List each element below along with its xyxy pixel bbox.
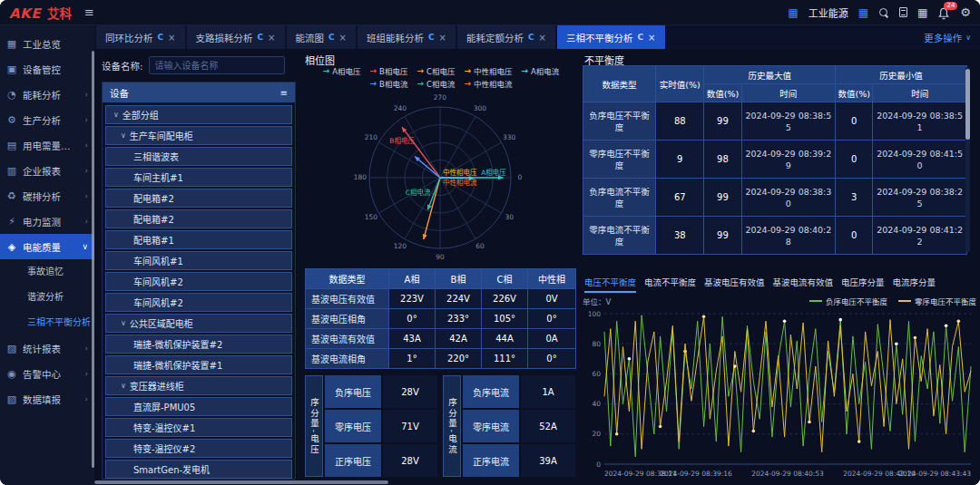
apps-grid-icon[interactable]: ▦ [788,7,798,18]
refresh-icon[interactable]: C [428,33,435,42]
sidebar-subitem-harmonic-analysis[interactable]: 谐波分析 [0,285,94,310]
tree-node[interactable]: 特变-温控仪#1 [105,418,292,437]
tree-node[interactable]: 车间风机#2 [105,272,292,291]
more-actions-button[interactable]: 更多操作 ∨ [924,31,971,44]
legend-item[interactable]: →A相电流 [521,65,559,76]
tree-node[interactable]: 三相谐波表 [105,147,292,166]
gear-icon[interactable]: ⚙ [960,5,971,19]
tree-node[interactable]: 车间主机#1 [105,168,292,187]
notifications-button[interactable]: 24 [937,6,950,19]
column-header: 时间 [741,84,836,102]
column-header: 数值(%) [704,84,741,102]
logo-text-primary: AKE [9,5,41,22]
close-icon[interactable]: × [168,33,175,43]
tab-branch-loss[interactable]: 支路损耗分析 C × [187,25,285,49]
sequence-row: 负序电压 28V [325,375,437,408]
tree-node[interactable]: 车间风机#1 [105,251,292,270]
trend-tab-voltage-imbalance[interactable]: 电压不平衡度 [584,276,636,293]
app-logo[interactable]: AKE 艾科 [9,4,72,22]
sidebar-item-power-quality[interactable]: ◈ 电能质量 ∨ [0,234,94,259]
app-root: AKE 艾科 ≡ ▦ 工业能源 ▦ ▦ 24 ⚙ ▦ 工业总览 [0,0,980,485]
sidebar-item-demand-analysis[interactable]: ▤ 用电需量分析 › [0,132,94,158]
search-icon[interactable] [878,7,889,18]
sidebar-item-carbon-analysis[interactable]: ♻ 碳排分析 › [0,183,94,209]
trend-tab-voltage-sequence[interactable]: 电压序分量 [841,276,885,293]
refresh-icon[interactable]: C [328,33,335,42]
sequence-voltage-panel: 序分量-电压 负序电压 28V 零序电压 71V 正序电压 28V [305,375,437,477]
legend-item[interactable]: →B相电流 [370,78,408,89]
tab-period-comparison[interactable]: 同环比分析 C × [96,25,185,49]
scrollbar-thumb[interactable] [965,69,970,140]
sidebar-item-energy-analysis[interactable]: ◔ 能耗分析 › [0,82,94,107]
workspace-switch-icon[interactable]: ▦ [858,7,868,18]
tab-team-energy[interactable]: 班组能耗分析 C × [358,25,456,49]
tab-three-phase-imbalance[interactable]: 三相不平衡分析 C × [557,25,665,49]
tree-node[interactable]: 瑞捷-微机保护装置#2 [105,335,292,354]
table-scrollbar[interactable] [965,67,970,252]
tree-node[interactable]: 配电箱#2 [105,189,292,208]
tree-node[interactable]: 瑞捷-微机保护装置#1 [105,355,292,374]
trend-tab-fund-voltage-rms[interactable]: 基波电压有效值 [704,276,765,293]
tree-node-group[interactable]: ∨ 变压器进线柜 [105,376,292,395]
legend-label: B相电压 [379,65,407,76]
document-icon[interactable] [899,7,907,17]
sidebar-subitem-accident-recall[interactable]: 事故追忆 [0,259,94,285]
sidebar-item-power-monitor[interactable]: ⚡ 电力监测 › [0,209,94,234]
refresh-icon[interactable]: C [158,33,164,42]
tree-node[interactable]: 直流屏-PMU05 [105,397,292,416]
close-icon[interactable]: × [339,33,347,43]
sequence-label: 负序电压 [325,375,381,408]
legend-item[interactable]: →B相电压 [370,65,408,76]
tree-node[interactable]: 配电箱#2 [105,209,292,228]
collapse-panel-icon[interactable]: ≡ [280,88,288,98]
sidebar-item-device-control[interactable]: ▣ 设备管控 [0,56,94,82]
tab-energy-flow[interactable]: 能流图 C × [287,25,357,49]
device-search-input[interactable] [149,56,285,74]
legend-item[interactable]: →中性相电流 [464,78,512,89]
refresh-icon[interactable]: C [258,33,264,42]
sidebar-item-overview[interactable]: ▦ 工业总览 [0,31,94,56]
sequence-row: 正序电压 28V [325,444,437,477]
trend-legend-item[interactable]: 负序电压不平衡度 [809,296,887,306]
trend-marker [808,421,811,424]
trend-legend: 负序电压不平衡度零序电压不平衡度 [809,296,976,306]
sidebar-item-production-analysis[interactable]: ⚙ 生产分析 › [0,107,94,132]
tab-energy-quota[interactable]: 能耗定额分析 C × [457,25,555,49]
trend-tab-fund-current-rms[interactable]: 基波电流有效值 [773,276,834,293]
sidebar-item-alarm-center[interactable]: ◉ 告警中心 › [0,361,94,386]
trend-legend-item[interactable]: 零序电压不平衡度 [898,296,976,306]
workspace-label[interactable]: 工业能源 [808,5,848,20]
trend-tab-current-imbalance[interactable]: 电流不平衡度 [644,276,696,293]
tree-node[interactable]: SmartGen-发电机 [105,460,292,479]
sidebar-item-data-report[interactable]: ▧ 数据填报 › [0,386,94,412]
tree-node[interactable]: 特变-温控仪#2 [105,439,292,458]
trend-tab-current-sequence[interactable]: 电流序分量 [893,276,936,293]
svg-text:80: 80 [592,340,601,348]
sidebar-item-enterprise-report[interactable]: ▥ 企业报表 › [0,158,94,183]
value-cell: 3 [836,179,873,217]
tree-node[interactable]: 车间风机#2 [105,293,292,312]
timestamp-cell: 2024-09-29 08:39:29 [741,141,836,179]
close-icon[interactable]: × [268,33,275,43]
modules-grid-icon[interactable]: ▦ [917,7,927,18]
refresh-icon[interactable]: C [528,33,534,42]
legend-item[interactable]: →C相电流 [416,78,455,89]
sidebar-item-statistic-report[interactable]: ▨ 统计报表 › [0,335,94,361]
sidebar-subitem-three-phase-imbalance[interactable]: 三相不平衡分析 [0,310,94,335]
legend-item[interactable]: →C相电压 [416,65,455,76]
tree-node-group[interactable]: ∨ 公共区域配电柜 [105,314,292,333]
refresh-icon[interactable]: C [638,33,644,42]
tree-node-group[interactable]: ∨ 生产车间配电柜 [105,126,292,145]
tree-node[interactable]: 配电箱#1 [105,230,292,249]
horizontal-scrollbar[interactable] [94,480,388,484]
close-icon[interactable]: × [539,33,546,43]
chevron-right-icon: › [84,115,88,124]
timestamp-cell: 2024-09-29 08:38:51 [873,102,967,141]
close-icon[interactable]: × [648,33,655,43]
sequence-row: 负序电流 1A [463,375,575,408]
close-icon[interactable]: × [439,33,446,43]
tree-node-group[interactable]: ∨ 全部分组 [105,105,292,124]
legend-item[interactable]: →中性相电压 [464,65,512,76]
menu-toggle-icon[interactable]: ≡ [84,5,94,19]
legend-item[interactable]: →A相电压 [323,65,361,76]
